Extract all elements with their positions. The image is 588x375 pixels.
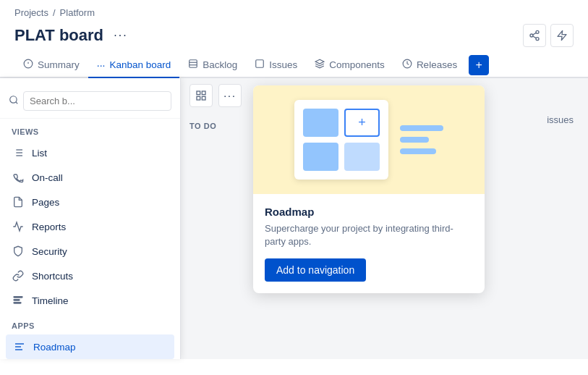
oncall-icon: [12, 171, 25, 184]
svg-marker-5: [558, 30, 566, 40]
issues-icon: [255, 59, 265, 71]
svg-rect-25: [14, 303, 21, 303]
kanban-cell-add: +: [344, 109, 380, 137]
reports-icon: [12, 220, 25, 233]
title-bar: PLAT board ···: [0, 21, 588, 53]
menu-item-pages[interactable]: Pages: [0, 190, 180, 214]
more-options-button[interactable]: ···: [218, 84, 242, 107]
tab-components[interactable]: Components: [306, 53, 393, 78]
kanban-cell-2: [303, 143, 338, 171]
svg-line-16: [16, 102, 18, 104]
svg-rect-30: [202, 91, 205, 95]
kanban-cell-3: [344, 143, 380, 171]
releases-icon: [402, 59, 412, 71]
tab-backlog[interactable]: Backlog: [179, 53, 246, 78]
apps-section-label: Apps: [0, 313, 180, 334]
breadcrumb-platform[interactable]: Platform: [60, 7, 95, 18]
pages-icon: [12, 195, 25, 208]
roadmap-icon: [13, 340, 26, 353]
breadcrumb: Projects / Platform: [0, 0, 588, 21]
svg-point-15: [10, 96, 17, 103]
security-icon: [12, 245, 25, 258]
timeline-icon: [12, 294, 25, 307]
svg-rect-31: [197, 96, 200, 100]
svg-rect-29: [197, 91, 200, 95]
add-to-navigation-button[interactable]: Add to navigation: [265, 258, 366, 282]
title-more-button[interactable]: ···: [109, 24, 132, 47]
svg-rect-23: [14, 297, 22, 298]
list-icon: [12, 146, 25, 159]
backlog-icon: [188, 59, 198, 71]
dropdown-panel: Views List On-call Pages: [0, 78, 181, 359]
kanban-more-icon: ···: [97, 59, 106, 71]
search-input[interactable]: [23, 91, 171, 111]
kanban-line-2: [400, 137, 429, 143]
svg-rect-9: [189, 60, 197, 68]
kanban-illustration: +: [294, 100, 388, 180]
title-actions: [523, 24, 574, 47]
share-button[interactable]: [523, 24, 546, 47]
svg-rect-12: [256, 60, 264, 68]
line-group: [400, 125, 443, 154]
tab-issues[interactable]: Issues: [246, 53, 306, 78]
dropdown-scroll: Views List On-call Pages: [0, 119, 180, 359]
views-section-label: Views: [0, 119, 180, 140]
menu-item-timeline[interactable]: Timeline: [0, 288, 180, 313]
roadmap-body: Roadmap Supercharge your project by inte…: [253, 194, 485, 293]
lightning-button[interactable]: [550, 24, 574, 47]
summary-icon: [23, 59, 33, 71]
add-tab-button[interactable]: +: [469, 55, 489, 75]
menu-item-shortcuts[interactable]: Shortcuts: [0, 264, 180, 288]
svg-rect-32: [202, 96, 205, 100]
main-area: Views List On-call Pages: [0, 78, 588, 359]
content-area: ··· To Do issues +: [181, 78, 588, 359]
menu-item-list[interactable]: List: [0, 140, 180, 165]
svg-marker-13: [315, 59, 324, 64]
tab-releases[interactable]: Releases: [393, 53, 466, 78]
components-icon: [315, 59, 325, 71]
svg-rect-24: [14, 300, 20, 300]
search-row: [0, 87, 180, 119]
roadmap-illustration: +: [253, 85, 485, 194]
shortcuts-icon: [12, 269, 25, 282]
menu-item-roadmap[interactable]: Roadmap: [6, 334, 174, 359]
menu-item-oncall[interactable]: On-call: [0, 165, 180, 190]
breadcrumb-sep: /: [53, 7, 56, 18]
page-title: PLAT board: [14, 26, 103, 45]
roadmap-title: Roadmap: [265, 206, 473, 218]
breadcrumb-projects[interactable]: Projects: [14, 7, 48, 18]
kanban-line-3: [400, 148, 436, 154]
menu-item-reports[interactable]: Reports: [0, 214, 180, 239]
menu-item-security[interactable]: Security: [0, 239, 180, 264]
issues-stub: issues: [547, 114, 574, 125]
search-icon: [9, 95, 19, 107]
nav-tabs: Summary ··· Kanban board Backlog Issues …: [0, 53, 588, 78]
tab-summary[interactable]: Summary: [14, 53, 88, 78]
kanban-line-1: [400, 125, 443, 131]
kanban-cell-1: [303, 109, 338, 137]
tab-kanban[interactable]: ··· Kanban board: [88, 54, 180, 78]
roadmap-description: Supercharge your project by integrating …: [265, 222, 473, 248]
roadmap-card: + Roadmap Supercharge your project by in…: [253, 85, 485, 293]
svg-line-4: [533, 33, 537, 35]
svg-line-3: [533, 36, 537, 38]
layout-button[interactable]: [189, 84, 213, 107]
